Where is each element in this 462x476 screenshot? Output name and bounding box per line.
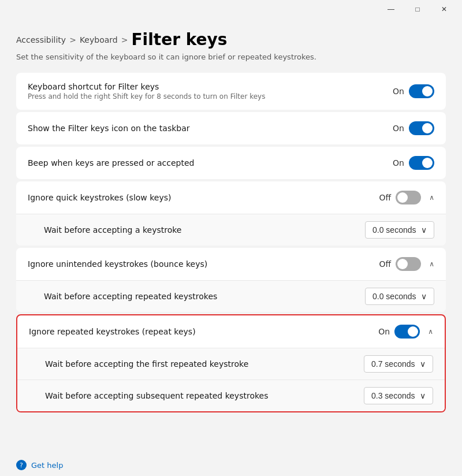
dropdown-value-bounce-keys-wait: 0.0 seconds — [372, 292, 416, 301]
setting-label-show-icon: Show the Filter keys icon on the taskbar — [28, 124, 190, 133]
setting-section-bounce-keys: Ignore unintended keystrokes (bounce key… — [16, 248, 446, 312]
setting-row-bounce-keys: Ignore unintended keystrokes (bounce key… — [16, 248, 446, 281]
dropdown-value-repeat-keys-subsequent: 0.3 seconds — [371, 391, 415, 400]
sub-setting-row-bounce-keys-wait: Wait before accepting repeated keystroke… — [16, 281, 446, 312]
breadcrumb: Accessibility > Keyboard > Filter keys — [16, 30, 446, 49]
setting-label-group-bounce-keys: Ignore unintended keystrokes (bounce key… — [28, 259, 207, 269]
toggle-label-bounce-keys: Off — [379, 259, 392, 269]
setting-row-slow-keys: Ignore quick keystrokes (slow keys)Off∧ — [16, 181, 446, 214]
maximize-button[interactable]: □ — [404, 0, 431, 18]
sub-setting-label-repeat-keys-subsequent: Wait before accepting subsequent repeate… — [45, 391, 268, 400]
toggle-slow-keys[interactable] — [396, 191, 421, 204]
dropdown-repeat-keys-subsequent[interactable]: 0.3 seconds∨ — [364, 387, 433, 404]
sub-setting-row-repeat-keys-subsequent: Wait before accepting subsequent repeate… — [17, 380, 445, 411]
toggle-group-show-icon: On — [393, 121, 434, 135]
setting-row-keyboard-shortcut: Keyboard shortcut for Filter keysPress a… — [16, 73, 446, 110]
dropdown-repeat-keys-first[interactable]: 0.7 seconds∨ — [364, 355, 433, 373]
toggle-bounce-keys[interactable] — [396, 257, 421, 271]
toggle-label-keyboard-shortcut: On — [393, 87, 404, 96]
minimize-button[interactable]: — — [378, 0, 404, 18]
sub-setting-label-repeat-keys-first: Wait before accepting the first repeated… — [45, 359, 248, 369]
dropdown-chevron-repeat-keys-first: ∨ — [420, 359, 426, 369]
toggle-repeat-keys[interactable] — [394, 325, 420, 339]
setting-label-group-repeat-keys: Ignore repeated keystrokes (repeat keys) — [29, 327, 196, 336]
toggle-keyboard-shortcut[interactable] — [409, 84, 434, 98]
setting-label-group-show-icon: Show the Filter keys icon on the taskbar — [28, 124, 190, 133]
setting-label-group-beep: Beep when keys are pressed or accepted — [28, 158, 195, 168]
breadcrumb-sep1: > — [69, 35, 76, 44]
dropdown-value-repeat-keys-first: 0.7 seconds — [371, 359, 415, 369]
dropdown-value-slow-keys-wait: 0.0 seconds — [372, 225, 416, 235]
toggle-label-show-icon: On — [393, 124, 404, 133]
setting-sublabel-keyboard-shortcut: Press and hold the right Shift key for 8… — [28, 92, 265, 101]
breadcrumb-accessibility[interactable]: Accessibility — [16, 35, 66, 44]
chevron-slow-keys[interactable]: ∧ — [429, 194, 434, 202]
help-icon: ? — [16, 460, 27, 470]
chevron-repeat-keys[interactable]: ∧ — [428, 328, 433, 336]
dropdown-bounce-keys-wait[interactable]: 0.0 seconds∨ — [365, 288, 434, 305]
sub-setting-label-slow-keys-wait: Wait before accepting a keystroke — [44, 225, 181, 235]
sub-setting-label-bounce-keys-wait: Wait before accepting repeated keystroke… — [44, 292, 217, 301]
toggle-group-slow-keys: Off∧ — [379, 191, 434, 204]
breadcrumb-sep2: > — [121, 35, 128, 44]
breadcrumb-keyboard[interactable]: Keyboard — [80, 35, 118, 44]
setting-section-keyboard-shortcut: Keyboard shortcut for Filter keysPress a… — [16, 73, 446, 110]
chevron-bounce-keys[interactable]: ∧ — [429, 260, 434, 268]
toggle-label-slow-keys: Off — [379, 193, 392, 202]
setting-row-beep: Beep when keys are pressed or acceptedOn — [16, 147, 446, 179]
toggle-beep[interactable] — [409, 156, 434, 170]
setting-section-show-icon: Show the Filter keys icon on the taskbar… — [16, 112, 446, 144]
dropdown-chevron-slow-keys-wait: ∨ — [421, 225, 427, 235]
toggle-label-beep: On — [393, 158, 404, 168]
toggle-group-repeat-keys: On∧ — [378, 325, 433, 339]
main-content: Accessibility > Keyboard > Filter keys S… — [0, 18, 462, 454]
page-subtitle: Set the sensitivity of the keyboard so i… — [16, 53, 446, 61]
title-bar: — □ ✕ — [0, 0, 462, 18]
setting-label-group-slow-keys: Ignore quick keystrokes (slow keys) — [28, 193, 172, 202]
setting-label-group-keyboard-shortcut: Keyboard shortcut for Filter keysPress a… — [28, 82, 265, 101]
setting-label-repeat-keys: Ignore repeated keystrokes (repeat keys) — [29, 327, 196, 336]
breadcrumb-current: Filter keys — [131, 30, 227, 49]
setting-label-slow-keys: Ignore quick keystrokes (slow keys) — [28, 193, 172, 202]
toggle-label-repeat-keys: On — [378, 327, 390, 336]
setting-label-bounce-keys: Ignore unintended keystrokes (bounce key… — [28, 259, 207, 269]
help-link[interactable]: Get help — [31, 461, 63, 470]
setting-section-beep: Beep when keys are pressed or acceptedOn — [16, 147, 446, 179]
setting-label-keyboard-shortcut: Keyboard shortcut for Filter keys — [28, 82, 265, 91]
settings-container: Keyboard shortcut for Filter keysPress a… — [16, 73, 446, 412]
setting-label-beep: Beep when keys are pressed or accepted — [28, 158, 195, 168]
dropdown-chevron-bounce-keys-wait: ∨ — [421, 292, 427, 301]
toggle-group-keyboard-shortcut: On — [393, 84, 434, 98]
close-button[interactable]: ✕ — [431, 0, 457, 18]
sub-setting-row-repeat-keys-first: Wait before accepting the first repeated… — [17, 348, 445, 380]
dropdown-chevron-repeat-keys-subsequent: ∨ — [420, 391, 426, 400]
setting-row-repeat-keys: Ignore repeated keystrokes (repeat keys)… — [17, 315, 445, 348]
setting-row-show-icon: Show the Filter keys icon on the taskbar… — [16, 112, 446, 144]
setting-section-slow-keys: Ignore quick keystrokes (slow keys)Off∧W… — [16, 181, 446, 246]
setting-section-repeat-keys: Ignore repeated keystrokes (repeat keys)… — [16, 314, 446, 412]
toggle-show-icon[interactable] — [409, 121, 434, 135]
footer: ? Get help — [0, 454, 462, 476]
toggle-group-beep: On — [393, 156, 434, 170]
dropdown-slow-keys-wait[interactable]: 0.0 seconds∨ — [365, 221, 434, 239]
sub-setting-row-slow-keys-wait: Wait before accepting a keystroke0.0 sec… — [16, 214, 446, 246]
toggle-group-bounce-keys: Off∧ — [379, 257, 434, 271]
